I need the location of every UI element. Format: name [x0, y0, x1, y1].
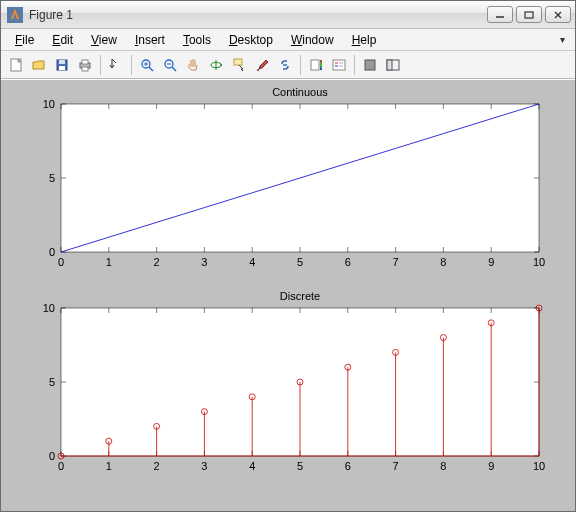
- zoom-out-button[interactable]: [159, 54, 181, 76]
- svg-line-15: [172, 67, 176, 71]
- figure-window: Figure 1 File Edit View Insert Tools Des…: [0, 0, 576, 512]
- svg-text:Continuous: Continuous: [272, 86, 328, 98]
- hide-tools-button[interactable]: [359, 54, 381, 76]
- svg-rect-8: [82, 60, 88, 64]
- toolbar-separator: [131, 55, 132, 75]
- svg-text:0: 0: [49, 246, 55, 258]
- window-title: Figure 1: [29, 8, 73, 22]
- svg-text:10: 10: [43, 302, 55, 314]
- svg-rect-28: [365, 60, 375, 70]
- svg-text:6: 6: [345, 256, 351, 268]
- menu-window[interactable]: Window: [283, 31, 342, 49]
- svg-text:10: 10: [533, 256, 545, 268]
- svg-text:7: 7: [393, 256, 399, 268]
- svg-text:8: 8: [440, 460, 446, 472]
- figure-canvas[interactable]: Continuous0123456789100510Discrete012345…: [1, 79, 575, 511]
- svg-text:6: 6: [345, 460, 351, 472]
- svg-text:7: 7: [393, 460, 399, 472]
- svg-text:5: 5: [297, 460, 303, 472]
- svg-text:4: 4: [249, 460, 255, 472]
- insert-colorbar-button[interactable]: [305, 54, 327, 76]
- svg-text:3: 3: [201, 256, 207, 268]
- svg-text:1: 1: [106, 256, 112, 268]
- svg-text:1: 1: [106, 460, 112, 472]
- svg-point-19: [257, 69, 259, 71]
- toolbar: [1, 51, 575, 79]
- svg-text:Discrete: Discrete: [280, 290, 320, 302]
- menu-help[interactable]: Help: [344, 31, 385, 49]
- rotate-3d-button[interactable]: [205, 54, 227, 76]
- titlebar: Figure 1: [1, 1, 575, 29]
- data-cursor-button[interactable]: [228, 54, 250, 76]
- svg-text:2: 2: [154, 256, 160, 268]
- toolbar-separator: [354, 55, 355, 75]
- svg-rect-21: [311, 60, 319, 70]
- menu-tools[interactable]: Tools: [175, 31, 219, 49]
- svg-text:5: 5: [297, 256, 303, 268]
- svg-text:0: 0: [49, 450, 55, 462]
- svg-text:8: 8: [440, 256, 446, 268]
- edit-plot-button[interactable]: [105, 54, 127, 76]
- pan-button[interactable]: [182, 54, 204, 76]
- brush-button[interactable]: [251, 54, 273, 76]
- svg-text:0: 0: [58, 256, 64, 268]
- zoom-in-button[interactable]: [136, 54, 158, 76]
- insert-legend-button[interactable]: [328, 54, 350, 76]
- window-controls: [487, 6, 571, 23]
- close-button[interactable]: [545, 6, 571, 23]
- menu-insert[interactable]: Insert: [127, 31, 173, 49]
- svg-rect-9: [82, 67, 88, 71]
- new-figure-button[interactable]: [5, 54, 27, 76]
- menu-view[interactable]: View: [83, 31, 125, 49]
- dock-arrow-icon[interactable]: ▾: [560, 34, 569, 45]
- svg-rect-2: [525, 12, 533, 18]
- svg-rect-5: [59, 60, 65, 64]
- minimize-button[interactable]: [487, 6, 513, 23]
- svg-rect-30: [387, 60, 392, 70]
- menu-desktop[interactable]: Desktop: [221, 31, 281, 49]
- svg-text:0: 0: [58, 460, 64, 472]
- menu-edit[interactable]: Edit: [44, 31, 81, 49]
- svg-text:5: 5: [49, 376, 55, 388]
- svg-rect-6: [59, 66, 65, 70]
- print-button[interactable]: [74, 54, 96, 76]
- menubar: File Edit View Insert Tools Desktop Wind…: [1, 29, 575, 51]
- toolbar-separator: [100, 55, 101, 75]
- svg-line-11: [149, 67, 153, 71]
- svg-rect-23: [333, 60, 345, 70]
- svg-text:4: 4: [249, 256, 255, 268]
- toolbar-separator: [300, 55, 301, 75]
- svg-text:10: 10: [533, 460, 545, 472]
- save-button[interactable]: [51, 54, 73, 76]
- open-button[interactable]: [28, 54, 50, 76]
- dock-button[interactable]: [382, 54, 404, 76]
- svg-rect-18: [234, 59, 242, 65]
- svg-text:10: 10: [43, 98, 55, 110]
- svg-rect-22: [320, 60, 322, 70]
- link-data-button[interactable]: [274, 54, 296, 76]
- svg-text:9: 9: [488, 460, 494, 472]
- menu-file[interactable]: File: [7, 31, 42, 49]
- svg-text:2: 2: [154, 460, 160, 472]
- svg-text:5: 5: [49, 172, 55, 184]
- maximize-button[interactable]: [516, 6, 542, 23]
- svg-text:9: 9: [488, 256, 494, 268]
- matlab-icon: [7, 7, 23, 23]
- svg-text:3: 3: [201, 460, 207, 472]
